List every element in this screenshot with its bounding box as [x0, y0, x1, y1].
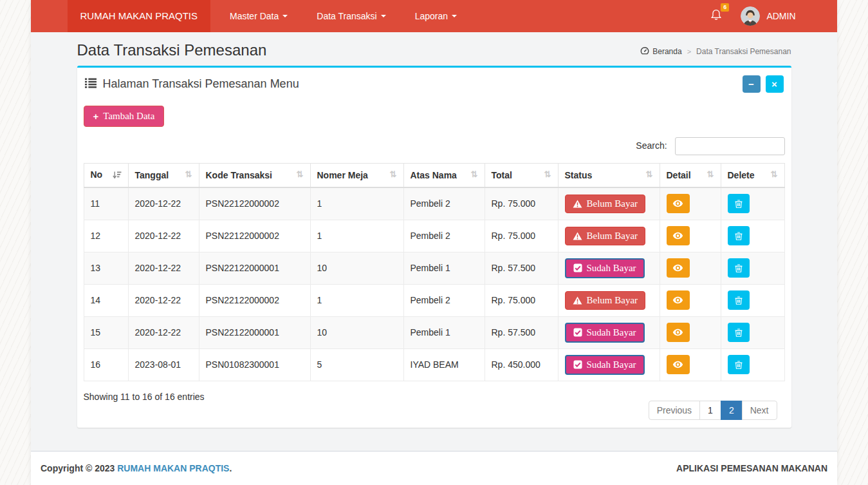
- brand[interactable]: RUMAH MAKAN PRAQTIS: [68, 0, 211, 32]
- column-header-tanggal[interactable]: ⇅Tanggal: [128, 164, 199, 188]
- breadcrumb-separator: >: [687, 48, 691, 55]
- column-header-nomer-meja[interactable]: ⇅Nomer Meja: [310, 164, 403, 188]
- sort-icon: ⇅: [390, 170, 397, 179]
- footer-copyright: Copyright © 2023 RUMAH MAKAN PRAQTIS.: [41, 463, 232, 473]
- status-badge-paid[interactable]: Sudah Bayar: [565, 323, 645, 343]
- nav-item-laporan[interactable]: Laporan: [405, 0, 466, 32]
- cell-total: Rp. 75.000: [485, 284, 558, 316]
- close-button[interactable]: ×: [766, 75, 784, 93]
- nav-item-data-transaksi[interactable]: Data Transaksi: [307, 0, 395, 32]
- pagination-page-1[interactable]: 1: [699, 401, 721, 420]
- transactions-table: No⇅Tanggal⇅Kode Transaksi⇅Nomer Meja⇅Ata…: [84, 163, 785, 381]
- pagination-previous[interactable]: Previous: [649, 401, 700, 420]
- sort-icon: ⇅: [185, 170, 192, 179]
- cell-tanggal: 2020-12-22: [128, 284, 199, 316]
- status-badge-paid[interactable]: Sudah Bayar: [565, 258, 645, 278]
- status-badge-unpaid[interactable]: Belum Bayar: [565, 291, 646, 310]
- cell-detail: [660, 316, 721, 348]
- avatar: [741, 6, 760, 26]
- notification-badge: 6: [721, 3, 729, 12]
- detail-button[interactable]: [667, 355, 690, 374]
- cell-status: Sudah Bayar: [558, 252, 660, 284]
- cell-delete: [721, 252, 784, 284]
- footer-brand-link[interactable]: RUMAH MAKAN PRAQTIS: [117, 463, 229, 473]
- delete-button[interactable]: [728, 323, 750, 342]
- column-header-atas-nama[interactable]: ⇅Atas Nama: [403, 164, 485, 188]
- cell-total: Rp. 450.000: [485, 348, 558, 381]
- detail-button[interactable]: [667, 323, 690, 342]
- warning-icon: [573, 200, 582, 208]
- chevron-down-icon: [381, 15, 386, 17]
- eye-icon: [672, 361, 683, 368]
- cell-detail: [660, 220, 721, 252]
- cell-kode: PSN22122000001: [199, 316, 310, 348]
- breadcrumb-home-link[interactable]: Beranda: [640, 46, 681, 57]
- trash-icon: [735, 361, 743, 369]
- detail-button[interactable]: [667, 290, 690, 310]
- cell-delete: [721, 348, 784, 381]
- cell-total: Rp. 75.000: [485, 187, 558, 220]
- delete-button[interactable]: [728, 290, 750, 310]
- detail-button[interactable]: [667, 258, 690, 278]
- minimize-button[interactable]: −: [743, 75, 761, 93]
- cell-tanggal: 2020-12-22: [128, 187, 199, 220]
- column-header-kode-transaksi[interactable]: ⇅Kode Transaksi: [199, 164, 310, 188]
- cell-status: Sudah Bayar: [558, 316, 660, 348]
- search-input[interactable]: [675, 137, 785, 155]
- sort-icon: ⇅: [544, 170, 551, 179]
- status-badge-paid[interactable]: Sudah Bayar: [565, 355, 645, 375]
- cell-total: Rp. 57.500: [485, 316, 558, 348]
- eye-icon: [672, 296, 683, 304]
- sort-asc-icon: [113, 171, 122, 181]
- status-badge-unpaid[interactable]: Belum Bayar: [565, 227, 646, 245]
- cell-tanggal: 2020-12-22: [128, 220, 199, 252]
- cell-detail: [660, 348, 721, 381]
- user-menu[interactable]: ADMIN: [741, 6, 795, 26]
- column-header-no[interactable]: No: [84, 164, 128, 188]
- detail-button[interactable]: [667, 194, 690, 213]
- cell-tanggal: 2020-12-22: [128, 252, 199, 284]
- check-square-icon: [573, 360, 582, 369]
- sort-icon: ⇅: [646, 170, 653, 179]
- nav-item-master-data[interactable]: Master Data: [220, 0, 297, 32]
- warning-icon: [573, 296, 582, 305]
- cell-delete: [721, 220, 784, 252]
- cell-no: 16: [84, 348, 128, 381]
- status-badge-unpaid[interactable]: Belum Bayar: [565, 195, 646, 213]
- check-square-icon: [573, 263, 582, 272]
- cell-no: 11: [84, 187, 128, 220]
- page-title: Data Transaksi Pemesanan: [77, 41, 267, 59]
- breadcrumb-current: Data Transaksi Pemesanan: [696, 47, 791, 56]
- column-header-total[interactable]: ⇅Total: [485, 164, 558, 188]
- table-info: Showing 11 to 16 of 16 entries: [84, 392, 205, 402]
- footer-app-name: APLIKASI PEMESANAN MAKANAN: [676, 463, 827, 473]
- cell-meja: 1: [310, 220, 403, 252]
- delete-button[interactable]: [728, 194, 750, 213]
- cell-delete: [721, 316, 784, 348]
- cell-kode: PSN22122000002: [199, 187, 310, 220]
- delete-button[interactable]: [728, 258, 750, 278]
- cell-kode: PSN22122000002: [199, 220, 310, 252]
- cell-delete: [721, 284, 784, 316]
- cell-meja: 10: [310, 316, 403, 348]
- column-header-status[interactable]: ⇅Status: [558, 164, 660, 188]
- sort-icon: ⇅: [707, 170, 714, 179]
- delete-button[interactable]: [728, 226, 750, 245]
- plus-icon: +: [93, 111, 99, 122]
- trash-icon: [735, 200, 743, 208]
- table-row: 132020-12-22PSN2212200000110Pembeli 1Rp.…: [84, 252, 784, 284]
- column-header-detail[interactable]: ⇅Detail: [660, 164, 721, 188]
- column-header-delete[interactable]: ⇅Delete: [721, 164, 784, 188]
- panel: Halaman Transaksi Pemesanan Menu − × + T…: [77, 66, 791, 428]
- trash-icon: [735, 296, 743, 305]
- chevron-down-icon: [452, 15, 457, 17]
- pagination-page-2[interactable]: 2: [721, 401, 743, 420]
- cell-nama: Pembeli 1: [403, 252, 485, 284]
- notifications-button[interactable]: 6: [708, 9, 724, 23]
- cell-detail: [660, 252, 721, 284]
- add-data-button[interactable]: + Tambah Data: [84, 106, 165, 127]
- detail-button[interactable]: [667, 226, 690, 245]
- cell-nama: IYAD BEAM: [403, 348, 485, 381]
- pagination-next[interactable]: Next: [742, 401, 777, 420]
- delete-button[interactable]: [728, 355, 750, 374]
